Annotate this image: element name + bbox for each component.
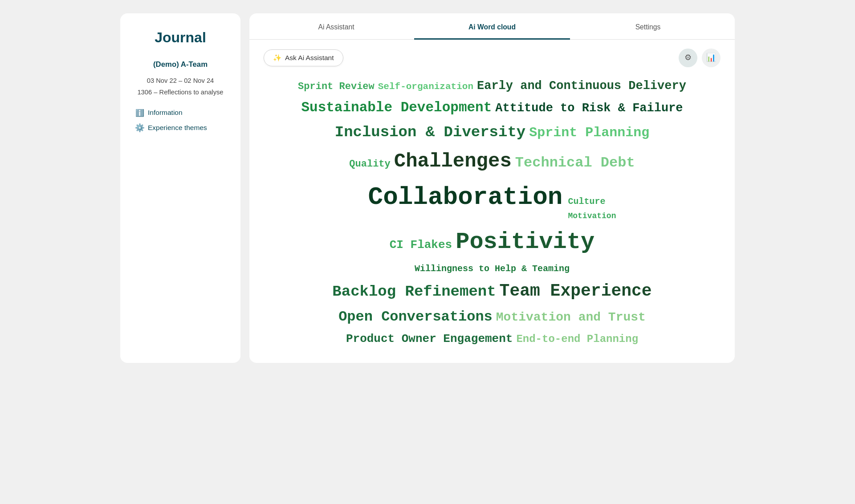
word-positivity: Positivity [454,224,596,260]
word-sprint-review: Sprint Review [296,78,376,95]
word-early-continuous: Early and Continuous Delivery [475,76,688,96]
wc-row-10: Product Owner Engagement End-to-end Plan… [264,329,721,349]
wc-row-3: Inclusion & Diversity Sprint Planning [264,120,721,145]
chart-icon: 📊 [706,53,716,62]
sidebar-item-experience-themes[interactable]: ⚙️ Experience themes [131,123,230,132]
tab-settings[interactable]: Settings [570,13,726,40]
sidebar-item-label: Information [148,109,183,117]
tab-ai-word-cloud[interactable]: Ai Word cloud [414,13,570,40]
toolbar-right: ⚙ 📊 [679,49,721,67]
sidebar-item-information[interactable]: ℹ️ Information [131,108,230,117]
word-sprint-planning: Sprint Planning [527,122,651,144]
word-open-conversations: Open Conversations [337,305,494,329]
gear-icon: ⚙️ [135,123,144,132]
ask-ai-button[interactable]: ✨ Ask Ai Assistant [264,49,343,66]
word-team-experience: Team Experience [498,277,654,305]
word-inclusion: Inclusion & Diversity [333,120,527,145]
wc-row-9: Open Conversations Motivation and Trust [264,305,721,329]
word-technical-debt: Technical Debt [513,151,637,175]
word-sustainable: Sustainable Development [299,97,493,119]
word-self-organization: Self-organization [376,79,475,95]
app-layout: Journal (Demo) A-Team 03 Nov 22 – 02 Nov… [120,13,735,363]
wc-row-5: Collaboration Culture Motivation [264,178,721,223]
tab-ai-assistant[interactable]: Ai Assistant [258,13,414,40]
sidebar-dates: 03 Nov 22 – 02 Nov 24 [147,77,214,84]
word-product-owner: Product Owner Engagement [344,329,514,349]
word-backlog: Backlog Refinement [330,280,497,304]
word-quality: Quality [347,156,392,172]
wc-row-6: CI Flakes Positivity [264,224,721,260]
main-content: ✨ Ask Ai Assistant ⚙ 📊 Sprint [249,40,735,363]
word-collaboration: Collaboration [366,178,565,217]
word-cloud: Sprint Review Self-organization Early an… [264,76,721,350]
word-culture: Culture [566,194,618,209]
sidebar-team: (Demo) A-Team [153,60,208,69]
wc-row-1: Sprint Review Self-organization Early an… [264,76,721,96]
tab-bar: Ai Assistant Ai Word cloud Settings [249,13,735,40]
sidebar-reflections: 1306 – Reflections to analyse [137,89,223,96]
wc-row-4: Quality Challenges Technical Debt [264,146,721,177]
sidebar-item-label: Experience themes [148,124,207,132]
chart-button[interactable]: 📊 [702,49,721,67]
filter-button[interactable]: ⚙ [679,49,697,67]
word-end-to-end: End-to-end Planning [514,330,640,348]
filter-icon: ⚙ [684,53,692,62]
word-attitude: Attitude to Risk & Failure [493,98,684,118]
magic-wand-icon: ✨ [273,54,281,62]
word-motivation: Motivation [566,209,618,223]
word-cloud-inner: Sprint Review Self-organization Early an… [264,76,721,350]
sidebar-title: Journal [155,29,206,46]
wc-row-7: Willingness to Help & Teaming [264,261,721,276]
word-willingness: Willingness to Help & Teaming [413,261,571,276]
wc-row-8: Backlog Refinement Team Experience [264,277,721,305]
word-motivation-trust: Motivation and Trust [494,307,647,328]
sidebar: Journal (Demo) A-Team 03 Nov 22 – 02 Nov… [120,13,240,363]
wc-row-2: Sustainable Development Attitude to Risk… [264,97,721,119]
main-panel: Ai Assistant Ai Word cloud Settings ✨ As… [249,13,735,363]
toolbar: ✨ Ask Ai Assistant ⚙ 📊 [264,49,721,67]
info-icon: ℹ️ [135,108,144,117]
ask-ai-label: Ask Ai Assistant [285,54,334,62]
word-ci-flakes: CI Flakes [388,236,454,255]
word-challenges: Challenges [392,146,513,177]
